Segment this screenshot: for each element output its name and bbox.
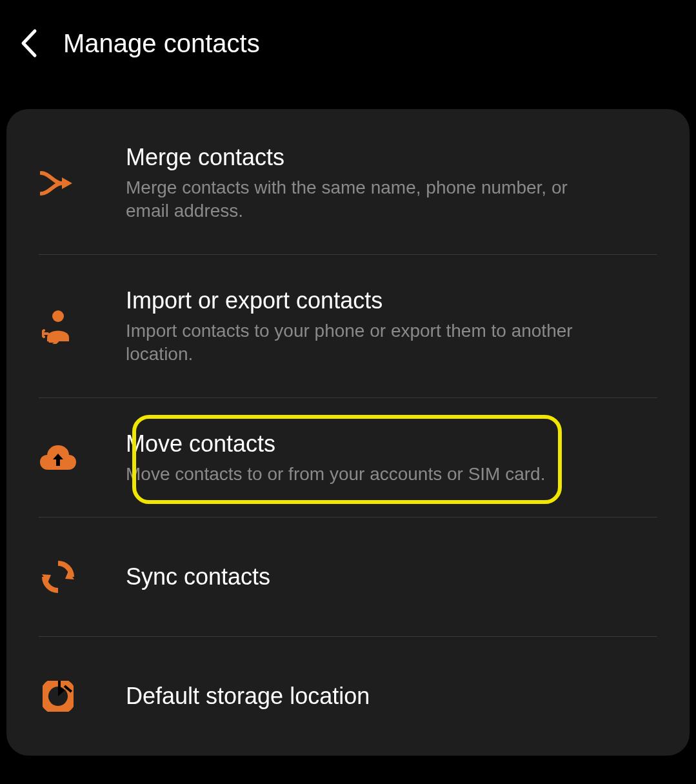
- import-export-icon: [39, 307, 77, 346]
- list-item-subtitle: Merge contacts with the same name, phone…: [126, 176, 603, 223]
- list-item-move-contacts[interactable]: Move contacts Move contacts to or from y…: [6, 398, 690, 517]
- list-item-title: Sync contacts: [126, 563, 670, 590]
- list-item-title: Default storage location: [126, 683, 670, 710]
- page-title: Manage contacts: [63, 29, 260, 58]
- settings-panel: Merge contacts Merge contacts with the s…: [6, 109, 690, 756]
- svg-point-0: [52, 310, 64, 322]
- list-item-content: Default storage location: [126, 683, 670, 710]
- list-item-subtitle: Move contacts to or from your accounts o…: [126, 463, 603, 486]
- list-item-default-storage[interactable]: Default storage location: [6, 637, 690, 756]
- header: Manage contacts: [0, 0, 696, 86]
- cloud-upload-icon: [39, 439, 77, 477]
- list-item-sync-contacts[interactable]: Sync contacts: [6, 518, 690, 636]
- list-item-title: Import or export contacts: [126, 287, 670, 314]
- list-item-merge-contacts[interactable]: Merge contacts Merge contacts with the s…: [6, 109, 690, 254]
- list-item-content: Move contacts Move contacts to or from y…: [126, 430, 670, 486]
- storage-icon: [39, 677, 77, 716]
- list-item-content: Sync contacts: [126, 563, 670, 590]
- list-item-content: Merge contacts Merge contacts with the s…: [126, 144, 670, 223]
- merge-icon: [39, 164, 77, 203]
- list-item-subtitle: Import contacts to your phone or export …: [126, 319, 603, 367]
- list-item-title: Move contacts: [126, 430, 670, 457]
- list-item-import-export[interactable]: Import or export contacts Import contact…: [6, 255, 690, 397]
- list-item-title: Merge contacts: [126, 144, 670, 171]
- svg-rect-1: [58, 681, 61, 690]
- back-icon[interactable]: [19, 28, 37, 58]
- list-item-content: Import or export contacts Import contact…: [126, 287, 670, 367]
- sync-icon: [39, 558, 77, 596]
